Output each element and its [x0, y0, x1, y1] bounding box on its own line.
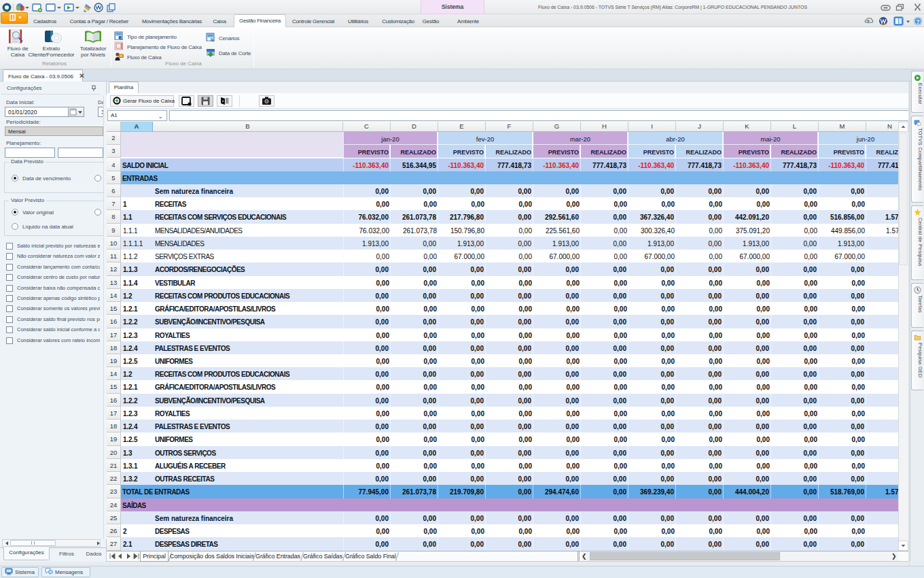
svg-text:?: ? — [916, 18, 920, 25]
